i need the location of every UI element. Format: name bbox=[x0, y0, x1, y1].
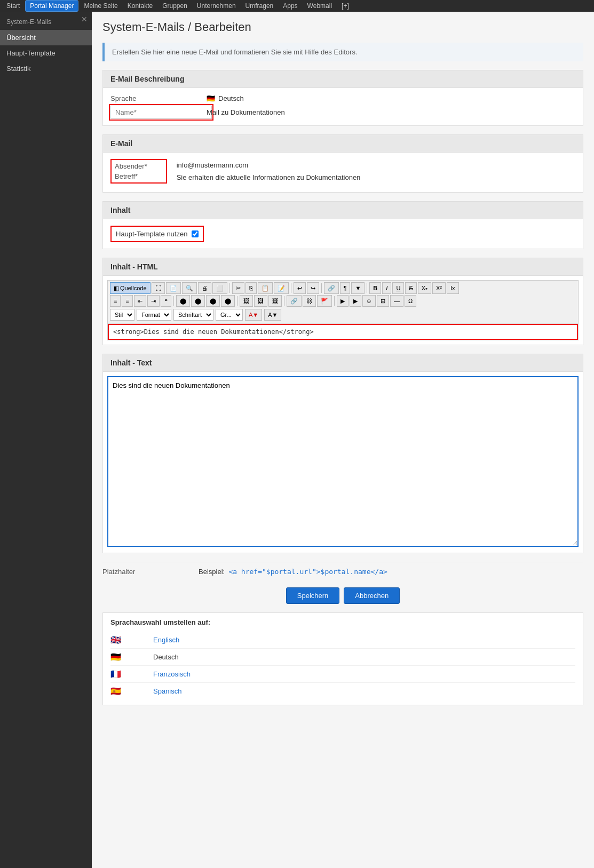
fullscreen-icon: ⛶ bbox=[155, 285, 161, 291]
inhalt-html-header: Inhalt - HTML bbox=[103, 258, 583, 276]
groesse-select[interactable]: Gr... bbox=[216, 309, 243, 321]
toolbar-sep-8 bbox=[334, 296, 335, 306]
toolbar-sep-3 bbox=[321, 283, 322, 293]
undo-button[interactable]: ↩ bbox=[294, 282, 306, 294]
hr-button[interactable]: — bbox=[390, 295, 403, 307]
nav-meine-seite[interactable]: Meine Seite bbox=[80, 0, 122, 12]
align-justify-icon: ⬤ bbox=[225, 298, 231, 305]
nav-apps[interactable]: Apps bbox=[279, 0, 302, 12]
align-center-button[interactable]: ⬤ bbox=[191, 295, 205, 307]
align-left-button[interactable]: ⬤ bbox=[176, 295, 190, 307]
hr-icon: — bbox=[394, 298, 400, 304]
absender-row: Absender* bbox=[115, 162, 163, 170]
nav-gruppen[interactable]: Gruppen bbox=[158, 0, 192, 12]
email-body: Absender* Betreff* info@mustermann.com S… bbox=[103, 153, 583, 192]
nav-plus[interactable]: [+] bbox=[337, 0, 353, 12]
subscript-button[interactable]: X₂ bbox=[418, 282, 431, 294]
nav-webmail[interactable]: Webmail bbox=[303, 0, 336, 12]
special-dropdown[interactable]: ▼ bbox=[351, 282, 365, 294]
unlink-button[interactable]: ⛓ bbox=[303, 295, 316, 307]
image2-button[interactable]: 🖼 bbox=[254, 295, 267, 307]
template-icon: 🔍 bbox=[186, 285, 193, 292]
redo-button[interactable]: ↪ bbox=[307, 282, 319, 294]
list-ol-button[interactable]: ≡ bbox=[110, 295, 121, 307]
editor-content[interactable]: <strong>Dies sind die neuen Dokumentatio… bbox=[108, 324, 578, 340]
lang-row-es: 🇪🇸 Spanisch bbox=[110, 683, 575, 699]
link-button[interactable]: 🔗 bbox=[324, 282, 339, 294]
stil-select[interactable]: Stil bbox=[110, 309, 134, 321]
bg-color-button[interactable]: A▼ bbox=[264, 309, 281, 321]
paste-icon: 📋 bbox=[262, 285, 269, 292]
sidebar-item-haupt-template[interactable]: Haupt-Template bbox=[0, 45, 92, 61]
paste-button[interactable]: 📋 bbox=[258, 282, 273, 294]
bold-button[interactable]: B bbox=[369, 282, 381, 294]
print-button[interactable]: 🖨 bbox=[198, 282, 211, 294]
paragraph-icon: ¶ bbox=[344, 285, 347, 291]
save-button[interactable]: Speichern bbox=[286, 587, 340, 604]
new-doc-icon: 📄 bbox=[170, 285, 177, 292]
blockquote-icon: ❝ bbox=[164, 298, 168, 305]
cancel-button[interactable]: Abbrechen bbox=[344, 587, 400, 604]
media-button[interactable]: ▶ bbox=[337, 295, 349, 307]
editor-section-body: ◧ Quellcode ⛶ 📄 🔍 🖨 ⬜ ✂ ⎘ 📋 bbox=[103, 276, 583, 345]
italic-button[interactable]: I bbox=[382, 282, 391, 294]
underline-button[interactable]: U bbox=[392, 282, 404, 294]
align-right-button[interactable]: ⬤ bbox=[206, 295, 220, 307]
emoticon-button[interactable]: ☺ bbox=[362, 295, 376, 307]
table-button[interactable]: ⊞ bbox=[377, 295, 389, 307]
lang-row-de: 🇩🇪 Deutsch bbox=[110, 649, 575, 666]
name-input[interactable] bbox=[110, 106, 212, 119]
cut-icon: ✂ bbox=[236, 285, 241, 292]
anchor-icon: 🚩 bbox=[321, 298, 328, 305]
inhalt-html-section: Inhalt - HTML ◧ Quellcode ⛶ 📄 🔍 bbox=[102, 258, 583, 345]
link-icon: 🔗 bbox=[328, 285, 335, 292]
specialchar-button[interactable]: Ω bbox=[405, 295, 416, 307]
new-button[interactable]: 📄 bbox=[166, 282, 181, 294]
superscript-button[interactable]: X² bbox=[432, 282, 446, 294]
removeformat-button[interactable]: Ix bbox=[447, 282, 459, 294]
nav-kontakte[interactable]: Kontakte bbox=[123, 0, 157, 12]
link2-button[interactable]: 🔗 bbox=[287, 295, 302, 307]
superscript-icon: X² bbox=[436, 285, 442, 291]
nav-unternehmen[interactable]: Unternehmen bbox=[193, 0, 240, 12]
nav-umfragen[interactable]: Umfragen bbox=[241, 0, 278, 12]
nav-portal-manager[interactable]: Portal Manager bbox=[25, 0, 78, 12]
sidebar-close-icon[interactable]: ✕ bbox=[81, 15, 88, 23]
inhalt-header: Inhalt bbox=[103, 202, 583, 219]
haupt-template-checkbox[interactable] bbox=[192, 230, 199, 237]
blockquote-button[interactable]: ❝ bbox=[161, 295, 171, 307]
strikethrough-button[interactable]: S bbox=[405, 282, 416, 294]
lang-english[interactable]: Englisch bbox=[153, 636, 179, 644]
absender-value: info@mustermann.com bbox=[177, 161, 361, 169]
quellcode-button[interactable]: ◧ Quellcode bbox=[110, 282, 151, 294]
fullscreen-button[interactable]: ⛶ bbox=[152, 282, 165, 294]
templates-button[interactable]: 🔍 bbox=[182, 282, 197, 294]
anchor-button[interactable]: 🚩 bbox=[317, 295, 332, 307]
lang-franzosisch[interactable]: Franzosisch bbox=[153, 670, 191, 678]
cut-button[interactable]: ✂ bbox=[232, 282, 244, 294]
copy-icon: ⎘ bbox=[249, 285, 253, 291]
media2-button[interactable]: ▶ bbox=[350, 295, 361, 307]
text-content-area[interactable]: Dies sind die neuen Dokumentationen bbox=[107, 376, 579, 547]
email-description-header: E-Mail Beschreibung bbox=[103, 70, 583, 88]
format-select[interactable]: Format bbox=[137, 309, 171, 321]
preview-button[interactable]: ⬜ bbox=[212, 282, 227, 294]
lang-spanisch[interactable]: Spanisch bbox=[153, 687, 181, 695]
image-button[interactable]: 🖼 bbox=[240, 295, 253, 307]
copy-button[interactable]: ⎘ bbox=[245, 282, 257, 294]
undo-icon: ↩ bbox=[297, 285, 302, 292]
image2-icon: 🖼 bbox=[258, 298, 264, 304]
indent-button[interactable]: ⇥ bbox=[147, 295, 160, 307]
image3-button[interactable]: 🖼 bbox=[268, 295, 282, 307]
list-ul-button[interactable]: ≡ bbox=[122, 295, 132, 307]
outdent-button[interactable]: ⇤ bbox=[134, 295, 146, 307]
paste-text-button[interactable]: 📝 bbox=[274, 282, 289, 294]
nav-start[interactable]: Start bbox=[2, 0, 24, 12]
nonbreaking-button[interactable]: ¶ bbox=[340, 282, 351, 294]
font-color-button[interactable]: A▼ bbox=[245, 309, 262, 321]
sidebar-item-ubersicht[interactable]: Übersicht bbox=[0, 30, 92, 45]
align-justify-button[interactable]: ⬤ bbox=[221, 295, 235, 307]
schriftart-select[interactable]: Schriftart bbox=[173, 309, 213, 321]
sidebar-item-statistik[interactable]: Statistik bbox=[0, 61, 92, 76]
sidebar-title: System-E-Mails bbox=[0, 16, 92, 30]
